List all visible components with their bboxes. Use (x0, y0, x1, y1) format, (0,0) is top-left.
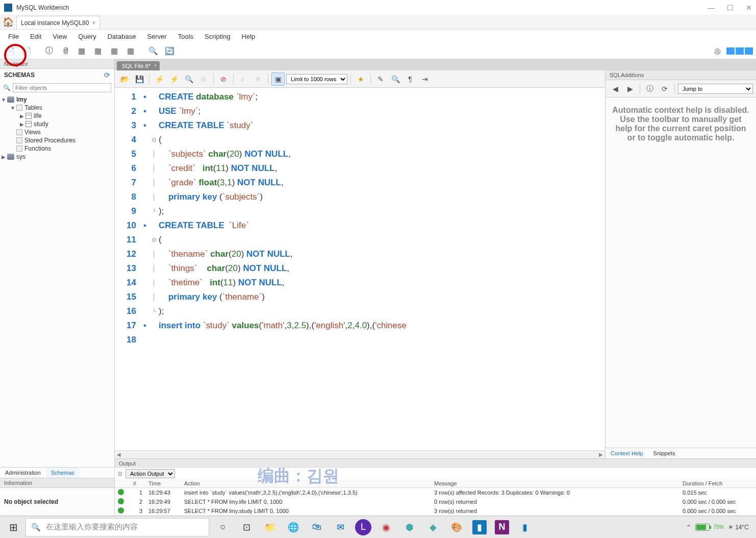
new-fn-button[interactable]: ▦ (123, 44, 138, 58)
inspector-button[interactable]: ⓘ (42, 44, 56, 58)
taskview-icon[interactable]: ⊡ (236, 517, 257, 537)
no-object-label: No object selected (0, 488, 114, 516)
search-text-button[interactable]: 🔍 (389, 72, 402, 86)
menu-view[interactable]: View (47, 31, 72, 42)
app-icon-3[interactable]: ⬢ (399, 517, 420, 537)
system-tray[interactable]: ⌃ 75% ☀ 14°C (686, 524, 754, 531)
connection-tab[interactable]: Local instance MySQL80 × (16, 16, 100, 29)
tab-context-help[interactable]: Context Help (606, 448, 648, 458)
sql-editor[interactable]: 1•CREATE database `lmy`;2•USE `lmy`;3•CR… (115, 88, 605, 450)
auto-help-button[interactable]: ⟳ (658, 82, 671, 95)
menu-query[interactable]: Query (73, 31, 101, 42)
folder-icon (16, 105, 22, 111)
menu-database[interactable]: Database (103, 31, 141, 42)
close-file-icon[interactable]: × (154, 63, 157, 68)
app-icon-2[interactable]: ◉ (375, 517, 397, 537)
wrap-button[interactable]: ⇥ (418, 72, 432, 86)
menu-edit[interactable]: Edit (25, 31, 46, 42)
minimize-button[interactable]: — (708, 4, 715, 12)
new-schema-button[interactable]: 🛢 (58, 44, 72, 58)
filter-input[interactable] (13, 83, 111, 92)
new-sql-tab-button[interactable]: 📄 (3, 44, 17, 58)
new-table-button[interactable]: ▦ (74, 44, 89, 58)
schema-tree[interactable]: ▼lmy ▼Tables ▶life ▶study Views Stored P… (0, 94, 114, 467)
schema-sys[interactable]: ▶sys (0, 153, 114, 161)
home-icon[interactable]: 🏠 (0, 15, 16, 29)
app-icon-5[interactable]: 🎨 (446, 517, 467, 537)
menu-file[interactable]: File (3, 31, 24, 42)
output-type-select[interactable]: Action Output (125, 469, 175, 478)
new-view-button[interactable]: ▦ (91, 44, 105, 58)
app-icon-4[interactable]: ◆ (422, 517, 444, 537)
open-file-button[interactable]: 📂 (118, 72, 131, 86)
tab-snippets[interactable]: Snippets (648, 448, 681, 458)
app-icon-1[interactable]: L (355, 519, 371, 535)
table-study[interactable]: ▶study (0, 120, 114, 128)
toggle-limit-button[interactable]: ▣ (271, 72, 285, 86)
tables-folder[interactable]: ▼Tables (0, 104, 114, 112)
onenote-icon[interactable]: N (495, 520, 509, 534)
execute-current-button[interactable]: ⚡ (167, 72, 181, 86)
search-icon: 🔍 (31, 523, 41, 532)
open-sql-button[interactable]: 📄 (19, 44, 34, 58)
menu-server[interactable]: Server (142, 31, 171, 42)
views-folder[interactable]: Views (0, 128, 114, 136)
output-row[interactable]: 116:29:43insert into `study` values('mat… (115, 488, 756, 498)
beautify-button[interactable]: ★ (354, 72, 367, 86)
layout-toggles[interactable] (726, 47, 753, 55)
edge-icon[interactable]: 🌐 (283, 517, 304, 537)
jump-to-select[interactable]: Jump to (678, 84, 753, 94)
workbench-icon[interactable]: ▮ (514, 517, 536, 537)
save-button[interactable]: 💾 (133, 72, 146, 86)
search-icon: 🔍 (3, 84, 11, 91)
battery-icon[interactable] (695, 524, 710, 531)
explorer-icon[interactable]: 📁 (259, 517, 281, 537)
notification-icon[interactable]: ◎ (710, 44, 724, 58)
start-button[interactable]: ⊞ (2, 517, 24, 537)
schema-lmy[interactable]: ▼lmy (0, 95, 114, 104)
refresh-icon[interactable]: ⟳ (104, 71, 110, 79)
commit-button[interactable]: ✓ (237, 72, 250, 86)
context-help-button[interactable]: ⓘ (643, 82, 657, 95)
close-button[interactable]: ✕ (746, 4, 752, 12)
horizontal-scrollbar[interactable]: ◀▶ (115, 450, 605, 458)
stop-button[interactable]: ⊘ (197, 72, 210, 86)
toggle-autocommit-button[interactable]: ⊘ (217, 72, 230, 86)
new-sp-button[interactable]: ▦ (107, 44, 121, 58)
search-button[interactable]: 🔍 (146, 44, 160, 58)
limit-select[interactable]: Limit to 1000 rows (286, 74, 347, 84)
nav-back-button[interactable]: ◀ (609, 82, 622, 95)
cortana-icon[interactable]: ○ (212, 517, 234, 537)
windows-taskbar: ⊞ 🔍 在这里输入你要搜索的内容 ○ ⊡ 📁 🌐 🛍 ✉ L ◉ ⬢ ◆ 🎨 ▮… (0, 516, 756, 538)
store-icon[interactable]: 🛍 (306, 517, 327, 537)
sp-folder[interactable]: Stored Procedures (0, 136, 114, 144)
execute-button[interactable]: ⚡ (153, 72, 166, 86)
copy-icon[interactable]: ⧉ (118, 470, 122, 477)
app-icon-6[interactable]: ▮ (472, 520, 487, 534)
output-row[interactable]: 316:29:57SELECT * FROM lmy.study LIMIT 0… (115, 506, 756, 516)
tab-schemas[interactable]: Schemas (46, 468, 80, 478)
sql-file-tab[interactable]: SQL File 6*× (117, 61, 160, 70)
close-tab-icon[interactable]: × (92, 19, 95, 27)
mail-icon[interactable]: ✉ (330, 517, 351, 537)
nav-fwd-button[interactable]: ▶ (623, 82, 637, 95)
menu-tools[interactable]: Tools (173, 31, 198, 42)
reconnect-button[interactable]: 🔄 (162, 44, 177, 58)
schemas-label: SCHEMAS (4, 71, 35, 79)
chevron-up-icon[interactable]: ⌃ (686, 524, 691, 531)
rollback-button[interactable]: ✕ (251, 72, 265, 86)
menu-scripting[interactable]: Scripting (199, 31, 236, 42)
menu-help[interactable]: Help (237, 31, 261, 42)
invisible-chars-button[interactable]: ¶ (404, 72, 417, 86)
table-life[interactable]: ▶life (0, 112, 114, 120)
taskbar-search[interactable]: 🔍 在这里输入你要搜索的内容 (26, 518, 209, 536)
tab-administration[interactable]: Administration (0, 468, 46, 478)
weather-widget[interactable]: ☀ 14°C (728, 524, 749, 531)
maximize-button[interactable]: ☐ (727, 4, 734, 12)
connection-tab-label: Local instance MySQL80 (21, 19, 89, 27)
find-button[interactable]: ✎ (374, 72, 387, 86)
fn-folder[interactable]: Functions (0, 144, 114, 153)
folder-icon (16, 129, 22, 135)
explain-button[interactable]: 🔍 (182, 72, 195, 86)
output-row[interactable]: 216:29:49SELECT * FROM lmy.life LIMIT 0,… (115, 497, 756, 506)
